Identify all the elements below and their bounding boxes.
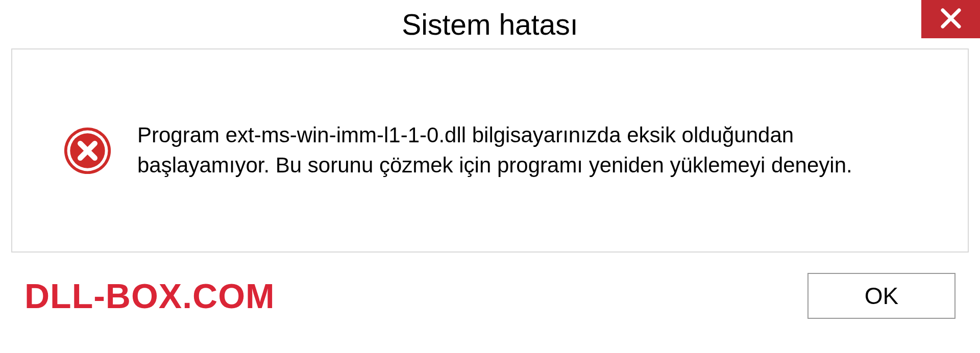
ok-button-label: OK bbox=[865, 282, 898, 310]
watermark-text: DLL-BOX.COM bbox=[24, 276, 275, 316]
error-icon bbox=[63, 127, 112, 175]
dialog-footer: DLL-BOX.COM OK bbox=[0, 253, 980, 319]
dialog-titlebar: Sistem hatası bbox=[0, 0, 980, 48]
close-button[interactable] bbox=[921, 0, 980, 38]
dialog-title: Sistem hatası bbox=[402, 8, 578, 41]
error-message: Program ext-ms-win-imm-l1-1-0.dll bilgis… bbox=[137, 120, 927, 181]
close-icon bbox=[940, 7, 962, 32]
dialog-content: Program ext-ms-win-imm-l1-1-0.dll bilgis… bbox=[11, 48, 969, 253]
ok-button[interactable]: OK bbox=[807, 273, 955, 319]
